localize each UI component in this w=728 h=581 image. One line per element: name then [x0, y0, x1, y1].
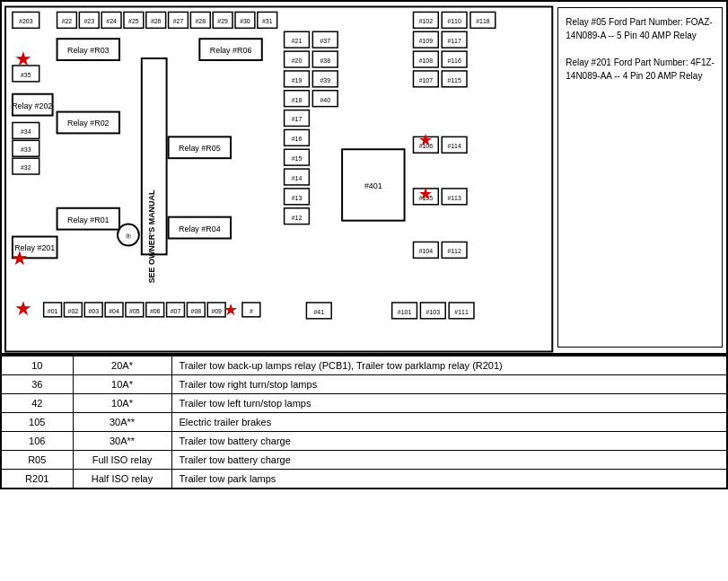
svg-text:#33: #33	[21, 146, 31, 153]
svg-text:Relay #R06: Relay #R06	[210, 46, 252, 55]
svg-text:#37: #37	[320, 38, 330, 44]
fuse-diagram-svg: #203 #22 #23 #24 #25 #26 #27 #28 #29 #30…	[4, 4, 556, 355]
svg-text:#34: #34	[21, 128, 31, 135]
fuse-number: 106	[1, 432, 73, 451]
svg-text:#17: #17	[292, 116, 303, 122]
svg-text:#21: #21	[292, 38, 303, 44]
fuse-rating: 20A*	[73, 356, 171, 375]
svg-text:#04: #04	[109, 308, 119, 314]
svg-text:Relay #R02: Relay #R02	[67, 119, 110, 128]
fuse-description: Trailer tow battery charge	[171, 451, 727, 470]
svg-text:★: ★	[14, 297, 32, 320]
svg-text:#203: #203	[19, 18, 33, 24]
table-row: R201Half ISO relayTrailer tow park lamps	[1, 470, 727, 489]
svg-text:#24: #24	[106, 18, 117, 24]
svg-text:#35: #35	[21, 72, 31, 78]
svg-text:#32: #32	[21, 164, 31, 171]
svg-text:#108: #108	[419, 57, 434, 64]
svg-text:#112: #112	[447, 248, 461, 254]
svg-text:#40: #40	[320, 97, 330, 103]
diagram-area: #203 #22 #23 #24 #25 #26 #27 #28 #29 #30…	[0, 0, 728, 355]
svg-text:#104: #104	[419, 248, 434, 254]
fuse-number: 36	[1, 375, 73, 394]
svg-text:#117: #117	[447, 38, 461, 44]
svg-text:★: ★	[418, 131, 433, 149]
main-container: #203 #22 #23 #24 #25 #26 #27 #28 #29 #30…	[0, 0, 728, 489]
table-row: 10630A**Trailer tow battery charge	[1, 432, 727, 451]
svg-text:#102: #102	[419, 18, 434, 24]
svg-text:Relay #R04: Relay #R04	[179, 224, 221, 233]
fuse-rating: Half ISO relay	[73, 470, 171, 489]
fuse-number: R201	[1, 470, 73, 489]
fuse-rating: 10A*	[73, 394, 171, 413]
svg-text:#: #	[250, 308, 253, 314]
svg-text:SEE OWNER'S MANUAL: SEE OWNER'S MANUAL	[147, 189, 156, 283]
svg-text:#14: #14	[292, 175, 303, 181]
relay201-info: Relay #201 Ford Part Number: 4F1Z-14N089…	[566, 57, 715, 81]
table-row: 10530A**Electric trailer brakes	[1, 413, 727, 432]
svg-text:#26: #26	[151, 18, 162, 24]
fuse-rating: 30A**	[73, 413, 171, 432]
svg-text:★: ★	[418, 185, 433, 203]
svg-text:#103: #103	[426, 309, 441, 315]
svg-text:#101: #101	[398, 309, 412, 315]
fuse-description: Electric trailer brakes	[171, 413, 727, 432]
svg-text:#20: #20	[292, 57, 303, 64]
fuse-description: Trailer tow back-up lamps relay (PCB1), …	[171, 356, 727, 375]
svg-text:#115: #115	[447, 77, 461, 84]
svg-text:Relay #202: Relay #202	[12, 101, 52, 110]
svg-text:#01: #01	[48, 308, 58, 314]
info-box: Relay #05 Ford Part Number: FOAZ-14N089-…	[557, 7, 723, 348]
svg-text:★: ★	[224, 301, 238, 319]
svg-text:#107: #107	[419, 77, 434, 84]
svg-text:#22: #22	[62, 18, 73, 24]
svg-text:#110: #110	[447, 18, 461, 24]
svg-text:®: ®	[126, 232, 132, 241]
table-row: 3610A*Trailer tow right turn/stop lamps	[1, 375, 727, 394]
table-row: R05Full ISO relayTrailer tow battery cha…	[1, 451, 727, 470]
svg-text:#02: #02	[68, 308, 79, 314]
svg-text:★: ★	[11, 247, 29, 269]
fuse-rating: 30A**	[73, 432, 171, 451]
svg-text:#12: #12	[292, 215, 303, 221]
svg-text:#109: #109	[419, 38, 434, 44]
fuse-table: 1020A*Trailer tow back-up lamps relay (P…	[0, 355, 728, 489]
fuse-description: Trailer tow park lamps	[171, 470, 727, 489]
svg-text:#111: #111	[454, 309, 469, 315]
table-row: 4210A*Trailer tow left turn/stop lamps	[1, 394, 727, 413]
svg-text:#28: #28	[196, 18, 206, 24]
svg-text:Relay #R05: Relay #R05	[179, 144, 221, 153]
fuse-number: 105	[1, 413, 73, 432]
fuse-number: 42	[1, 394, 73, 413]
svg-text:#13: #13	[292, 195, 303, 201]
svg-text:Relay #R03: Relay #R03	[67, 46, 110, 55]
svg-text:#16: #16	[292, 136, 303, 142]
fuse-description: Trailer tow right turn/stop lamps	[171, 375, 727, 394]
relay05-info: Relay #05 Ford Part Number: FOAZ-14N089-…	[566, 17, 712, 40]
svg-text:#401: #401	[364, 181, 382, 190]
svg-text:#114: #114	[447, 143, 461, 149]
svg-text:#31: #31	[262, 18, 273, 24]
svg-text:#23: #23	[83, 18, 94, 24]
svg-text:#25: #25	[128, 18, 139, 24]
table-row: 1020A*Trailer tow back-up lamps relay (P…	[1, 356, 727, 375]
svg-text:#19: #19	[292, 77, 303, 84]
svg-text:#38: #38	[320, 57, 330, 64]
svg-text:#06: #06	[150, 308, 161, 314]
fuse-rating: Full ISO relay	[73, 451, 171, 470]
svg-text:#27: #27	[173, 18, 184, 24]
svg-text:#113: #113	[447, 195, 461, 201]
svg-text:#39: #39	[320, 77, 330, 84]
svg-text:#03: #03	[88, 308, 99, 314]
svg-text:#09: #09	[211, 308, 222, 314]
fuse-description: Trailer tow left turn/stop lamps	[171, 394, 727, 413]
svg-text:#08: #08	[191, 308, 202, 314]
svg-text:#05: #05	[129, 308, 140, 314]
svg-text:#15: #15	[292, 155, 303, 162]
svg-text:#118: #118	[476, 18, 490, 24]
fuse-rating: 10A*	[73, 375, 171, 394]
svg-text:#29: #29	[217, 18, 228, 24]
svg-text:#18: #18	[292, 97, 303, 103]
fuse-description: Trailer tow battery charge	[171, 432, 727, 451]
svg-text:#41: #41	[314, 309, 325, 315]
